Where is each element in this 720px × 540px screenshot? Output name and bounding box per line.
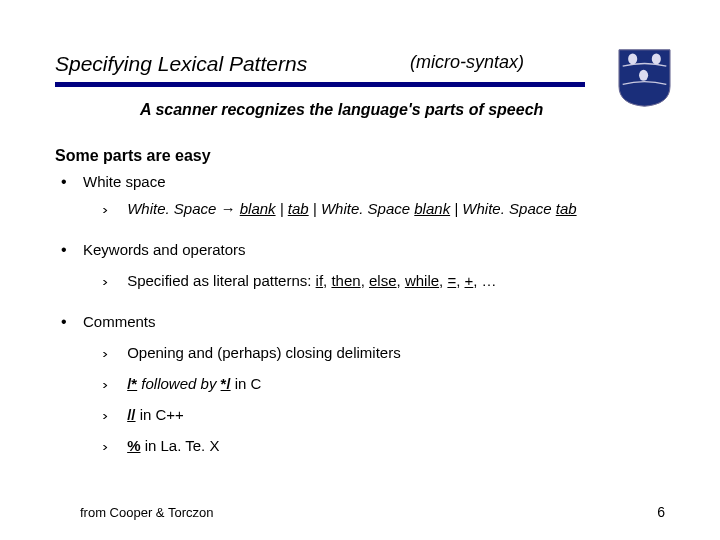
shield-logo-icon bbox=[617, 48, 672, 108]
bullet-label: Comments bbox=[83, 313, 156, 330]
slide-subtitle: (micro-syntax) bbox=[410, 52, 524, 73]
svg-point-0 bbox=[628, 53, 637, 64]
slide-title: Specifying Lexical Patterns bbox=[55, 52, 307, 76]
tagline: A scanner recognizes the language's part… bbox=[140, 101, 665, 119]
bullet-comments: Comments Opening and (perhaps) closing d… bbox=[55, 313, 665, 454]
grammar-line: White. Space → blank | tab | White. Spac… bbox=[105, 200, 665, 217]
comments-latex: % in La. Te. X bbox=[105, 437, 665, 454]
svg-point-2 bbox=[639, 70, 648, 81]
comments-cpp: // in C++ bbox=[105, 406, 665, 423]
comments-delimiters: Opening and (perhaps) closing delimiters bbox=[105, 344, 665, 361]
comments-c: /* followed by */ in C bbox=[105, 375, 665, 392]
svg-point-1 bbox=[652, 53, 661, 64]
bullet-whitespace: White space White. Space → blank | tab |… bbox=[55, 173, 665, 217]
page-number: 6 bbox=[657, 504, 665, 520]
footer-attribution: from Cooper & Torczon bbox=[80, 505, 213, 520]
bullet-label: White space bbox=[83, 173, 166, 190]
bullet-label: Keywords and operators bbox=[83, 241, 246, 258]
divider bbox=[55, 82, 585, 87]
bullet-keywords: Keywords and operators Specified as lite… bbox=[55, 241, 665, 289]
intro-text: Some parts are easy bbox=[55, 147, 665, 165]
keywords-detail: Specified as literal patterns: if, then,… bbox=[105, 272, 665, 289]
